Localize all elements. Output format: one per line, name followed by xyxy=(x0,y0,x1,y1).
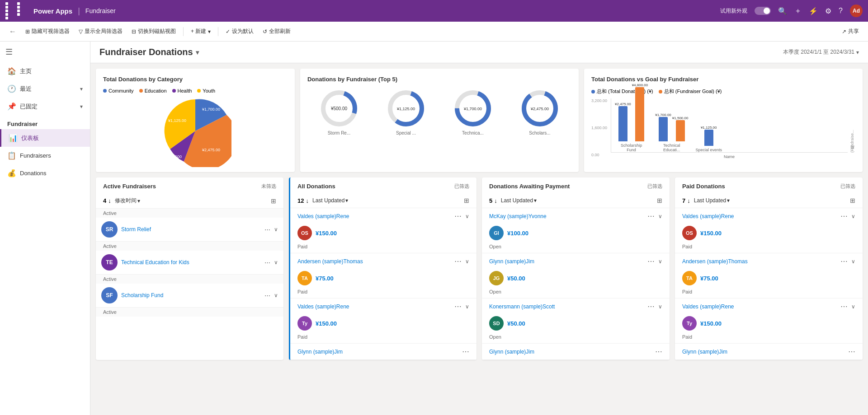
fundraiser-tech-more-icon[interactable]: ⋯ xyxy=(264,259,270,266)
toolbar: ← ⊞ 隐藏可视筛选器 ▽ 显示全局筛选器 ⊟ 切换到磁贴视图 + 新建 ▾ ✓… xyxy=(0,22,868,42)
switch-view-button[interactable]: ⊟ 切换到磁贴视图 xyxy=(128,26,179,37)
paid-2-name[interactable]: Andersen (sample)Thomas xyxy=(682,258,748,265)
sidebar-menu-icon[interactable]: ☰ xyxy=(0,42,90,62)
filter-icon[interactable]: ⚡ xyxy=(809,7,818,15)
all-donation-1-expand-icon[interactable]: ∨ xyxy=(465,213,469,219)
fundraiser-storm-expand-icon[interactable]: ∨ xyxy=(274,226,278,233)
legend-youth-dot xyxy=(197,89,201,93)
awaiting-1-more-icon[interactable]: ⋯ xyxy=(647,212,655,220)
topbar: Power Apps | Fundraiser 试用新外观 🔍 ＋ ⚡ ⚙ ? … xyxy=(0,0,868,22)
paid-4-name[interactable]: Glynn (sample)Jim xyxy=(682,349,727,355)
paid-1-name[interactable]: Valdes (sample)Rene xyxy=(682,213,734,219)
fundraiser-scholarship-expand-icon[interactable]: ∨ xyxy=(274,292,278,298)
fundraiser-storm-more-icon[interactable]: ⋯ xyxy=(264,226,270,233)
new-button[interactable]: + 新建 ▾ xyxy=(187,26,214,37)
add-icon[interactable]: ＋ xyxy=(794,6,802,16)
awaiting-filter-icon[interactable]: ⊞ xyxy=(657,197,662,204)
share-icon: ↗ xyxy=(842,28,846,35)
all-donation-1-amount-row: OS ¥150.00 xyxy=(290,224,476,242)
paid-1-amount-row: OS ¥150.00 xyxy=(675,224,863,242)
awaiting-1-name[interactable]: McKay (sample)Yvonne xyxy=(489,213,547,219)
share-button[interactable]: ↗ 共享 xyxy=(838,26,863,37)
paid-4-more-icon[interactable]: ⋯ xyxy=(848,347,855,356)
all-sort-label: Last Updated xyxy=(312,197,344,204)
paid-3-expand-icon[interactable]: ∨ xyxy=(851,303,855,310)
awaiting-1-amount: ¥100.00 xyxy=(507,230,528,237)
sidebar-item-donations[interactable]: 💰 Donations xyxy=(0,164,90,182)
all-donation-3-more-icon[interactable]: ⋯ xyxy=(454,302,462,311)
legend-community-label: Community xyxy=(108,88,134,93)
fundraiser-scholarship-more-icon[interactable]: ⋯ xyxy=(264,292,270,299)
bar-donations-special: ¥1,125.00 xyxy=(701,126,717,146)
all-sort-button[interactable]: Last Updated ▾ xyxy=(312,197,348,204)
all-donation-4-more-icon[interactable]: ⋯ xyxy=(462,347,469,356)
y-axis-right: 总和(Fundraise... xyxy=(849,98,855,153)
paid-2-expand-icon[interactable]: ∨ xyxy=(851,258,855,265)
fundraiser-tech-expand-icon[interactable]: ∨ xyxy=(274,259,278,266)
paid-count-value: 7 xyxy=(682,197,685,204)
paid-1-more-icon[interactable]: ⋯ xyxy=(840,212,848,220)
sidebar-item-pinned[interactable]: 📌 已固定 ▾ xyxy=(0,98,90,115)
search-icon[interactable]: 🔍 xyxy=(778,7,787,15)
all-donation-2-expand-icon[interactable]: ∨ xyxy=(465,258,469,265)
sidebar-item-recent[interactable]: 🕐 最近 ▾ xyxy=(0,80,90,98)
awaiting-2-more-icon[interactable]: ⋯ xyxy=(647,257,655,266)
refresh-button[interactable]: ↺ 全部刷新 xyxy=(259,26,294,37)
awaiting-4-more-icon[interactable]: ⋯ xyxy=(655,347,662,356)
toolbar-divider-2 xyxy=(218,27,218,36)
active-sort-button[interactable]: 修改时间 ▾ xyxy=(115,197,140,205)
settings-icon[interactable]: ⚙ xyxy=(825,7,831,15)
paid-3-status: Paid xyxy=(675,332,863,343)
date-range-chevron-icon: ▾ xyxy=(856,49,859,56)
fundraiser-scholarship-name[interactable]: Scholarship Fund xyxy=(121,292,163,298)
all-donation-3-status: Paid xyxy=(290,332,476,343)
awaiting-sort-button[interactable]: Last Updated ▾ xyxy=(501,197,537,204)
back-button[interactable]: ← xyxy=(5,26,20,37)
sidebar-item-fundraisers[interactable]: 📋 Fundraisers xyxy=(0,147,90,164)
sidebar-item-dashboard[interactable]: 📊 仪表板 xyxy=(0,129,90,147)
all-donation-2-name[interactable]: Andersen (sample)Thomas xyxy=(297,258,363,265)
toggle-knob xyxy=(764,8,770,14)
paid-2-more-icon[interactable]: ⋯ xyxy=(840,257,848,266)
awaiting-1-expand-icon[interactable]: ∨ xyxy=(658,213,662,219)
sidebar-home-label: 主页 xyxy=(20,67,32,75)
all-donation-1-more-icon[interactable]: ⋯ xyxy=(454,212,462,220)
help-icon[interactable]: ? xyxy=(839,7,843,15)
fundraiser-tech-name[interactable]: Technical Education for Kids xyxy=(121,259,189,266)
awaiting-payment-panel: Donations Awaiting Payment 已筛选 5 ↓ Last … xyxy=(482,177,670,360)
legend-education-dot xyxy=(139,89,143,93)
sidebar-dashboard-label: 仪表板 xyxy=(21,134,39,142)
awaiting-2-expand-icon[interactable]: ∨ xyxy=(658,258,662,265)
paid-3-more-icon[interactable]: ⋯ xyxy=(840,302,848,311)
paid-sort-button[interactable]: Last Updated ▾ xyxy=(694,197,730,204)
avatar[interactable]: Ad xyxy=(850,5,863,17)
all-donation-3-expand-icon[interactable]: ∨ xyxy=(465,303,469,310)
hide-filter-button[interactable]: ⊞ 隐藏可视筛选器 xyxy=(22,26,73,37)
apps-grid-icon[interactable] xyxy=(5,2,28,19)
all-donation-2-more-icon[interactable]: ⋯ xyxy=(454,257,462,266)
fundraiser-storm-name[interactable]: Storm Relief xyxy=(121,226,151,233)
pie-label-youth: ¥1,125.00 xyxy=(168,118,186,123)
donut-technica-label: ¥1,700.00 xyxy=(463,107,482,111)
all-donation-3-amount-row: Ty ¥150.00 xyxy=(290,314,476,332)
page-title[interactable]: Fundraiser Donations ▾ xyxy=(99,47,199,57)
all-filter-icon[interactable]: ⊞ xyxy=(464,197,469,204)
set-default-button[interactable]: ✓ 设为默认 xyxy=(222,26,257,37)
show-filter-button[interactable]: ▽ 显示全局筛选器 xyxy=(75,26,126,37)
paid-filter-icon[interactable]: ⊞ xyxy=(850,197,855,204)
awaiting-2-name[interactable]: Glynn (sample)Jim xyxy=(489,258,534,265)
awaiting-3-expand-icon[interactable]: ∨ xyxy=(658,303,662,310)
all-donation-4-name[interactable]: Glynn (sample)Jim xyxy=(297,349,343,355)
sidebar-item-home[interactable]: 🏠 主页 xyxy=(0,62,90,80)
awaiting-3-name[interactable]: Konersmann (sample)Scott xyxy=(489,303,555,310)
paid-3-name[interactable]: Valdes (sample)Rene xyxy=(682,303,734,310)
all-donation-1-name[interactable]: Valdes (sample)Rene xyxy=(297,213,349,219)
all-donation-3-name[interactable]: Valdes (sample)Rene xyxy=(297,303,349,310)
awaiting-3-more-icon[interactable]: ⋯ xyxy=(647,302,655,311)
awaiting-4-name[interactable]: Glynn (sample)Jim xyxy=(489,349,534,355)
paid-1-expand-icon[interactable]: ∨ xyxy=(851,213,855,219)
active-section-label-3: Active xyxy=(96,275,283,284)
active-filter-icon[interactable]: ⊞ xyxy=(271,197,276,205)
bar-chart-main: ¥2,475.00 ¥4,800.00 Scholarship Fund xyxy=(611,98,848,159)
new-look-toggle[interactable] xyxy=(755,7,771,15)
